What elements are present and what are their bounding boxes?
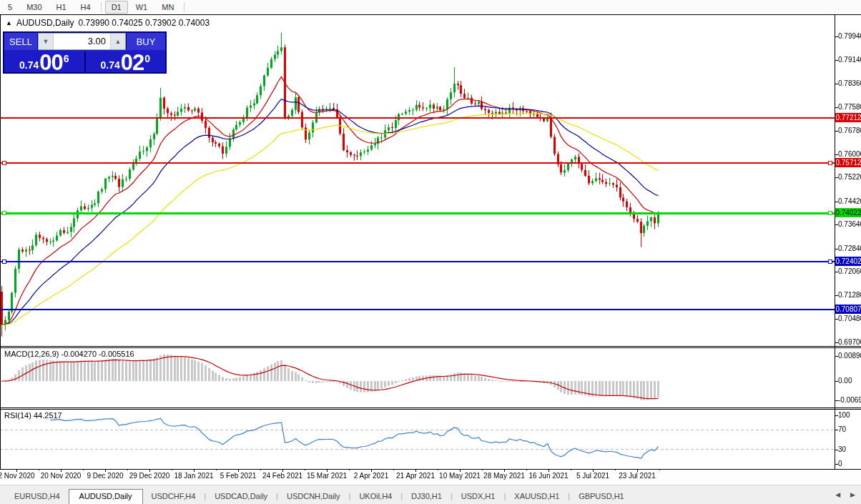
tab-audusd-daily[interactable]: AUDUSD,Daily [69,489,143,504]
tab-usdcad-daily[interactable]: USDCAD,Daily [206,490,276,504]
chart-tabs-bar: EURUSD,H4AUDUSD,DailyUSDCHF,H4|USDCAD,Da… [0,485,861,504]
price-axis-tick: 0.70480 [838,315,861,322]
timeframe-button-5[interactable]: 5 [1,1,19,14]
timeframe-button-w1[interactable]: W1 [129,1,154,14]
bid-price[interactable]: 0.74 00 6 [4,51,86,74]
toolbar-separator [101,2,102,12]
rsi-axis-tick: 100 [838,411,850,419]
macd-indicator-label: MACD(12,26,9) -0.004270 -0.005516 [4,350,134,358]
date-axis-label: 24 Feb 2021 [262,472,302,480]
timeframe-button-mn[interactable]: MN [155,1,180,14]
tab-scroll-right-icon[interactable]: ▶ [850,491,855,498]
price-axis-tick: 0.75220 [838,173,861,181]
hline-price-label: 0.70807 [835,305,861,314]
rsi-axis-tick: 30 [838,445,846,453]
tab-xauusd-h1[interactable]: XAUUSD,H1 [506,490,568,504]
rsi-value: 44.2517 [34,411,62,420]
tab-eurusd-h4[interactable]: EURUSD,H4 [6,490,69,504]
tab-usdchf-h4[interactable]: USDCHF,H4 [143,490,205,504]
date-axis-label: 2 Apr 2021 [354,472,388,480]
buy-button[interactable]: BUY [126,33,165,50]
volume-input[interactable]: 3.00 [53,34,111,49]
price-axis-tick: 0.73640 [838,220,861,228]
bid-price-point: 6 [64,53,69,64]
price-axis-tick: 0.69700 [838,338,861,346]
mt4-window: 5M30H1H4D1W1MN ▲ AUDUSD,Daily 0.73990 0.… [0,0,861,504]
price-axis-tick: 0.72840 [838,244,861,252]
date-axis-label: 23 Jul 2021 [619,472,656,480]
price-axis-tick: 0.77580 [838,103,861,111]
date-axis-label: 29 Dec 2020 [129,472,170,480]
toolbar-separator [184,2,184,12]
date-axis-label: 18 Jan 2021 [174,472,213,480]
hline-price-label: 0.77212 [835,113,861,122]
volume-control: ▼ 3.00 ▲ [38,33,126,50]
macd-axis-tick: 0.00 [838,377,852,385]
hline-price-label: 0.72402 [835,257,861,266]
volume-decrease-icon[interactable]: ▼ [39,34,53,49]
price-axis-tick: 0.72060 [838,267,861,275]
date-axis-label: 16 Jun 2021 [528,472,568,480]
price-axis-tick: 0.79140 [838,56,861,64]
tab-gbpusd-h1[interactable]: GBPUSD,H1 [570,490,633,504]
ask-price-point: 0 [144,53,150,64]
date-axis-label: 20 Nov 2020 [41,472,82,480]
timeframe-button-d1[interactable]: D1 [105,1,128,14]
date-axis-label: 28 May 2021 [483,472,525,480]
trade-controls-row: SELL ▼ 3.00 ▲ BUY [4,33,165,50]
price-axis-tick: 0.76780 [838,127,861,134]
tabs-holder: EURUSD,H4AUDUSD,DailyUSDCHF,H4|USDCAD,Da… [6,488,633,504]
macd-axis-tick: 0.00890 [838,352,861,360]
price-chart-canvas[interactable] [0,0,861,504]
bid-price-base: 0.74 [19,59,39,71]
ask-price[interactable]: 0.74 02 0 [86,51,166,74]
hline-price-label: 0.74022 [835,208,861,217]
timeframe-button-m30[interactable]: M30 [20,1,48,14]
price-axis-tick: 0.74420 [838,197,861,205]
tab-scroll-controls: ◀ ▶ [835,491,855,498]
volume-increase-icon[interactable]: ▲ [111,34,125,49]
date-axis-label: 15 Mar 2021 [307,472,347,480]
macd-axis-tick: -0.00697 [838,396,861,404]
date-axis-label: 5 Feb 2021 [220,472,257,480]
timeframe-toolbar: 5M30H1H4D1W1MN [0,0,861,14]
date-axis-label: 21 Apr 2021 [396,472,435,480]
rsi-indicator-label: RSI(14) 44.2517 [4,411,62,420]
timeframe-button-h1[interactable]: H1 [50,1,73,14]
sell-button[interactable]: SELL [4,33,38,50]
chart-ohlc-values: 0.73990 0.74025 0.73902 0.74003 [79,18,210,28]
tab-usdcnh-daily[interactable]: USDCNH,Daily [278,490,349,504]
rsi-axis-tick: 70 [838,425,846,433]
timeframe-button-h4[interactable]: H4 [74,1,97,14]
price-axis-tick: 0.78360 [838,79,861,87]
price-axis-tick: 0.79940 [838,32,861,40]
chart-header: ▲ AUDUSD,Daily 0.73990 0.74025 0.73902 0… [6,18,210,28]
tab-scroll-left-icon[interactable]: ◀ [835,491,840,498]
one-click-trade-panel: SELL ▼ 3.00 ▲ BUY 0.74 00 6 0.74 02 0 [3,31,167,74]
price-axis-tick: 0.71280 [838,291,861,299]
ask-price-base: 0.74 [100,59,119,71]
date-axis-label: 5 Jul 2021 [576,472,609,480]
date-axis-label: 2 Nov 2020 [0,472,35,480]
collapse-panel-icon[interactable]: ▲ [6,19,12,26]
macd-values: -0.004270 -0.005516 [61,350,134,358]
price-axis-tick: 0.76000 [838,150,861,158]
date-axis-label: 9 Dec 2020 [87,472,123,480]
tab-dj30-h1[interactable]: DJ30,H1 [403,490,451,504]
ask-price-pips: 02 [121,53,144,73]
rsi-axis-tick: 0 [838,460,842,468]
tab-ukoil-h4[interactable]: UKOil,H4 [350,490,400,504]
bid-ask-row: 0.74 00 6 0.74 02 0 [4,51,165,74]
hline-price-label: 0.75712 [835,158,861,167]
date-axis-label: 10 May 2021 [439,472,481,480]
bid-price-pips: 00 [39,53,62,73]
chart-title: AUDUSD,Daily [16,18,74,28]
tab-usdx-h1[interactable]: USDX,H1 [453,490,504,504]
